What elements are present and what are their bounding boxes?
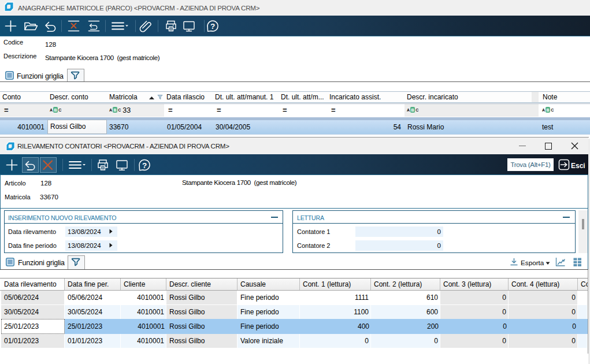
svg-text:?: ? [210,22,215,31]
svg-text:?: ? [142,161,147,170]
